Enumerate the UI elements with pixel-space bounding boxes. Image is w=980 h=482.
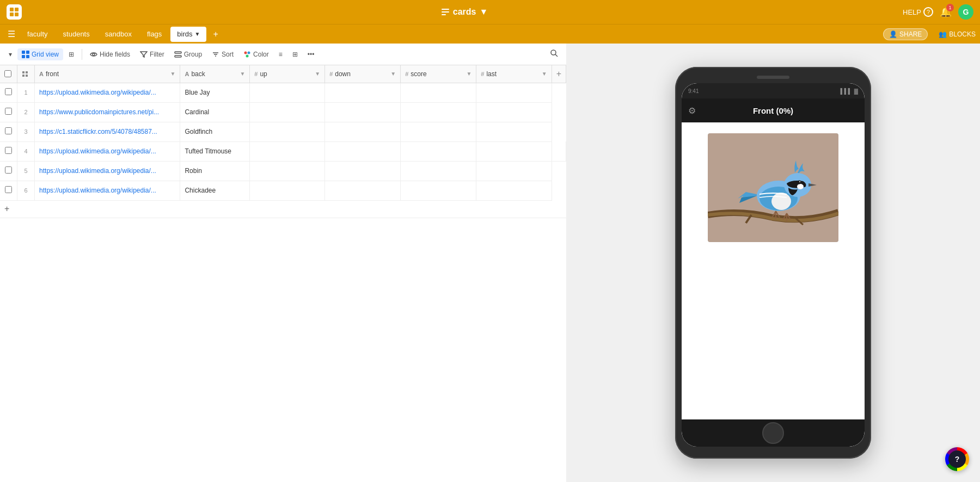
more-options-button[interactable]: ••• [303, 48, 319, 60]
table-row[interactable]: 2 https://www.publicdomainpictures.net/p… [0, 102, 566, 122]
col-down-dropdown-icon[interactable]: ▼ [390, 71, 396, 77]
row-checkbox[interactable] [5, 166, 12, 174]
row-back-cell[interactable]: Blue Jay [180, 83, 250, 102]
row-back-cell[interactable]: Robin [180, 161, 250, 181]
svg-rect-5 [442, 11, 449, 13]
col-last-dropdown-icon[interactable]: ▼ [542, 71, 547, 77]
row-down-cell[interactable] [325, 141, 401, 161]
row-last-cell[interactable] [401, 181, 476, 200]
row-back-cell[interactable]: Tufted Titmouse [180, 141, 250, 161]
add-tab-button[interactable]: + [209, 27, 222, 41]
row-checkbox[interactable] [5, 186, 12, 193]
app-title-button[interactable]: cards ▼ [441, 7, 488, 17]
tab-birds[interactable]: birds ▼ [170, 27, 206, 42]
row-front-cell[interactable]: https://upload.wikimedia.org/wikipedia/.… [35, 141, 180, 161]
row-score-cell[interactable] [325, 122, 401, 141]
select-all-checkbox[interactable] [4, 70, 11, 77]
add-row-button[interactable]: + [0, 201, 566, 218]
settings-gear-icon[interactable]: ⚙ [688, 106, 696, 116]
table-row[interactable]: 4 https://upload.wikimedia.org/wikipedia… [0, 141, 566, 161]
phone-card-area[interactable] [682, 122, 865, 419]
tab-birds-dropdown-icon[interactable]: ▼ [195, 31, 200, 37]
row-down-cell[interactable] [250, 161, 325, 181]
table-row[interactable]: 5 https://upload.wikimedia.org/wikipedia… [0, 161, 566, 181]
row-score-cell[interactable] [325, 161, 401, 181]
row-front-cell[interactable]: https://www.publicdomainpictures.net/pi.… [35, 102, 180, 122]
row-last-cell[interactable] [401, 102, 476, 122]
blocks-button[interactable]: 👥 BLOCKS [939, 30, 976, 38]
col-score-dropdown-icon[interactable]: ▼ [466, 71, 471, 77]
col-up-dropdown-icon[interactable]: ▼ [315, 71, 320, 77]
phone-home-button[interactable] [762, 422, 784, 444]
row-score-cell[interactable] [325, 83, 401, 102]
toolbar-separator-1 [82, 49, 82, 60]
row-front-cell[interactable]: https://upload.wikimedia.org/wikipedia/.… [35, 181, 180, 200]
col-front-dropdown-icon[interactable]: ▼ [170, 71, 176, 77]
view-dropdown-button[interactable]: ▾ [4, 48, 16, 60]
search-button[interactable] [547, 47, 562, 61]
tab-students[interactable]: students [57, 27, 96, 42]
row-checkbox-cell[interactable] [0, 181, 17, 200]
row-last-cell[interactable] [476, 141, 552, 161]
customize-view-button[interactable]: ⊞ [64, 48, 78, 60]
row-checkbox-cell[interactable] [0, 161, 17, 181]
col-header-checkbox[interactable] [0, 65, 17, 83]
grid-view-button[interactable]: Grid view [17, 48, 63, 60]
row-checkbox-cell[interactable] [0, 102, 17, 122]
row-front-cell[interactable]: https://c1.staticflickr.com/5/4078/48587… [35, 122, 180, 141]
col-header-back[interactable]: A back ▼ [180, 65, 250, 83]
tab-faculty[interactable]: faculty [21, 27, 54, 42]
row-down-cell[interactable] [250, 181, 325, 200]
filter-button[interactable]: Filter [136, 48, 169, 60]
help-button[interactable]: HELP ? [903, 7, 933, 17]
row-checkbox-cell[interactable] [0, 83, 17, 102]
color-button[interactable]: Color [239, 48, 273, 60]
col-header-front[interactable]: A front ▼ [35, 65, 180, 83]
row-down-cell[interactable] [250, 83, 325, 102]
row-back-cell[interactable]: Goldfinch [180, 122, 250, 141]
add-column-icon[interactable]: + [556, 69, 561, 79]
row-back-cell[interactable]: Chickadee [180, 181, 250, 200]
row-number-cell: 4 [17, 141, 35, 161]
col-header-add[interactable]: + [552, 65, 566, 83]
row-back-cell[interactable]: Cardinal [180, 102, 250, 122]
tab-flags[interactable]: flags [140, 27, 168, 42]
table-row[interactable]: 1 https://upload.wikimedia.org/wikipedia… [0, 83, 566, 102]
share-button[interactable]: 👤 SHARE [883, 28, 928, 40]
hide-fields-button[interactable]: Hide fields [85, 48, 134, 60]
app-logo[interactable] [7, 4, 22, 20]
col-back-dropdown-icon[interactable]: ▼ [240, 71, 245, 77]
row-last-cell[interactable] [401, 122, 476, 141]
sort-button[interactable]: Sort [207, 48, 238, 60]
row-height-button[interactable]: ≡ [274, 48, 287, 60]
table-row[interactable]: 3 https://c1.staticflickr.com/5/4078/485… [0, 122, 566, 141]
table-row[interactable]: 6 https://upload.wikimedia.org/wikipedia… [0, 181, 566, 200]
row-score-cell[interactable] [325, 181, 401, 200]
row-checkbox[interactable] [5, 147, 12, 154]
col-header-last[interactable]: # last ▼ [476, 65, 552, 83]
row-score-cell[interactable] [325, 102, 401, 122]
menu-icon[interactable]: ☰ [4, 27, 19, 41]
group-button[interactable]: Group [170, 48, 206, 60]
col-header-down[interactable]: # down ▼ [325, 65, 401, 83]
row-down-cell[interactable] [250, 122, 325, 141]
help-support-button[interactable]: ? [945, 447, 969, 471]
col-header-up[interactable]: # up ▼ [250, 65, 325, 83]
row-checkbox-cell[interactable] [0, 141, 17, 161]
row-front-cell[interactable]: https://upload.wikimedia.org/wikipedia/.… [35, 161, 180, 181]
row-last-cell[interactable] [401, 83, 476, 102]
notification-button[interactable]: 🔔 1 [940, 6, 952, 18]
avatar[interactable]: G [958, 4, 973, 20]
row-down-cell[interactable] [250, 102, 325, 122]
row-checkbox[interactable] [5, 127, 12, 134]
row-score-cell[interactable] [401, 141, 476, 161]
col-header-score[interactable]: # score ▼ [401, 65, 476, 83]
row-front-cell[interactable]: https://upload.wikimedia.org/wikipedia/.… [35, 83, 180, 102]
row-checkbox[interactable] [5, 88, 12, 95]
row-checkbox[interactable] [5, 108, 12, 115]
row-checkbox-cell[interactable] [0, 122, 17, 141]
tab-sandbox[interactable]: sandbox [99, 27, 138, 42]
row-last-cell[interactable] [401, 161, 476, 181]
row-up-cell[interactable] [250, 141, 325, 161]
expand-button[interactable]: ⊞ [288, 48, 302, 60]
